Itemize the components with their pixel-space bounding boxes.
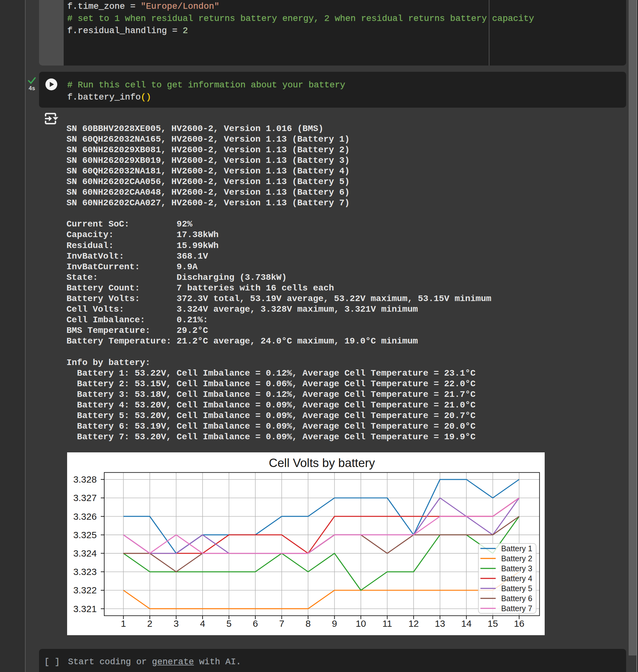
svg-text:16: 16	[514, 618, 524, 628]
svg-text:Battery 5: Battery 5	[501, 584, 533, 593]
svg-text:Battery 3: Battery 3	[501, 564, 533, 573]
svg-text:Battery 7: Battery 7	[501, 604, 533, 613]
svg-text:Battery 4: Battery 4	[501, 574, 533, 583]
svg-text:1: 1	[121, 618, 126, 628]
svg-text:9: 9	[332, 618, 337, 628]
svg-text:7: 7	[279, 618, 285, 628]
svg-text:Cell Volts by battery: Cell Volts by battery	[269, 456, 375, 469]
svg-text:3.328: 3.328	[73, 474, 97, 484]
svg-text:3.321: 3.321	[73, 604, 97, 614]
svg-text:14: 14	[461, 618, 472, 628]
svg-text:3.326: 3.326	[73, 511, 97, 522]
svg-text:3.323: 3.323	[73, 567, 97, 577]
svg-text:4: 4	[200, 618, 205, 628]
svg-text:Battery 6: Battery 6	[501, 594, 533, 603]
svg-text:3.324: 3.324	[73, 548, 97, 558]
svg-text:3: 3	[173, 618, 179, 628]
svg-text:3.327: 3.327	[73, 493, 97, 503]
svg-text:12: 12	[408, 618, 419, 628]
svg-text:13: 13	[435, 618, 445, 628]
svg-text:15: 15	[488, 618, 498, 628]
svg-text:3.325: 3.325	[73, 530, 97, 540]
svg-text:11: 11	[382, 618, 392, 628]
svg-text:Battery 1: Battery 1	[501, 544, 533, 553]
svg-text:5: 5	[226, 618, 232, 628]
svg-text:6: 6	[253, 618, 258, 628]
svg-text:8: 8	[306, 618, 311, 628]
svg-text:2: 2	[147, 618, 153, 628]
svg-text:10: 10	[356, 618, 366, 628]
svg-text:3.322: 3.322	[73, 585, 97, 595]
svg-text:Battery 2: Battery 2	[501, 554, 533, 563]
